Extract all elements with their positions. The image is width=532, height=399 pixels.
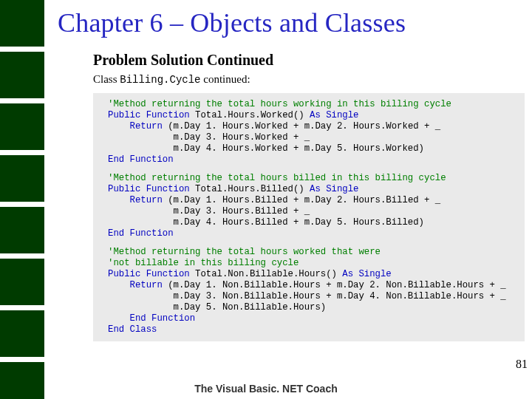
bar-segment <box>0 207 44 253</box>
keyword: End Function <box>108 154 174 165</box>
page-number: 81 <box>516 358 528 371</box>
bar-segment <box>0 52 44 98</box>
keyword: As Single <box>310 110 358 120</box>
code-text: Total.Non.Billable.Hours() <box>190 269 343 279</box>
bar-segment <box>0 310 44 357</box>
keyword: Public Function <box>108 269 190 279</box>
bar-segment <box>0 103 44 150</box>
content-area: Chapter 6 – Objects and Classes Problem … <box>58 7 525 341</box>
code-block-2: 'Method returning the total hours billed… <box>108 173 519 239</box>
keyword: End Function <box>108 228 174 239</box>
code-text: m.Day 3. Hours.Worked + _ <box>108 132 310 143</box>
keyword: Public Function <box>108 110 190 120</box>
left-decor-bar <box>0 0 44 399</box>
subheading: Problem Solution Continued <box>93 52 525 69</box>
comment: 'Method returning the total hours worked… <box>108 247 381 257</box>
keyword: Return <box>130 280 163 290</box>
keyword: End Class <box>108 324 157 335</box>
code-text: (m.Day 1. Hours.Worked + m.Day 2. Hours.… <box>163 121 440 132</box>
code-block-3: 'Method returning the total hours worked… <box>108 247 519 335</box>
comment: 'not billable in this billing cycle <box>108 258 299 268</box>
code-box: 'Method returning the total hours workin… <box>93 93 525 341</box>
bar-segment <box>0 0 44 47</box>
keyword: Return <box>130 195 163 205</box>
code-text: m.Day 4. Hours.Worked + m.Day 5. Hours.W… <box>108 143 424 154</box>
intro-line: Class Billing.Cycle continued: <box>93 73 525 86</box>
comment: 'Method returning the total hours billed… <box>108 173 446 183</box>
bar-segment <box>0 155 44 202</box>
intro-prefix: Class <box>93 73 120 85</box>
code-text: m.Day 4. Hours.Billed + m.Day 5. Hours.B… <box>108 217 424 228</box>
intro-suffix: continued: <box>200 73 250 85</box>
slide-title: Chapter 6 – Objects and Classes <box>58 7 525 38</box>
keyword: Return <box>130 121 163 132</box>
code-text: m.Day 3. Non.Billable.Hours + m.Day 4. N… <box>108 291 506 301</box>
slide: Chapter 6 – Objects and Classes Problem … <box>0 0 532 399</box>
code-text: m.Day 3. Hours.Billed + _ <box>108 206 310 216</box>
keyword: As Single <box>342 269 391 279</box>
footer-text: The Visual Basic. NET Coach <box>0 383 532 395</box>
code-text: m.Day 5. Non.Billable.Hours) <box>108 302 326 313</box>
code-text: Total.Hours.Billed() <box>190 184 310 194</box>
comment: 'Method returning the total hours workin… <box>108 99 451 109</box>
code-block-1: 'Method returning the total hours workin… <box>108 99 519 166</box>
code-text: (m.Day 1. Hours.Billed + m.Day 2. Hours.… <box>163 195 440 205</box>
bar-segment <box>0 259 44 305</box>
keyword: Public Function <box>108 184 190 194</box>
code-text: Total.Hours.Worked() <box>190 110 310 120</box>
code-text: (m.Day 1. Non.Billable.Hours + m.Day 2. … <box>163 280 506 290</box>
keyword: End Function <box>130 313 196 324</box>
keyword: As Single <box>310 184 358 194</box>
intro-classname: Billing.Cycle <box>120 74 200 86</box>
